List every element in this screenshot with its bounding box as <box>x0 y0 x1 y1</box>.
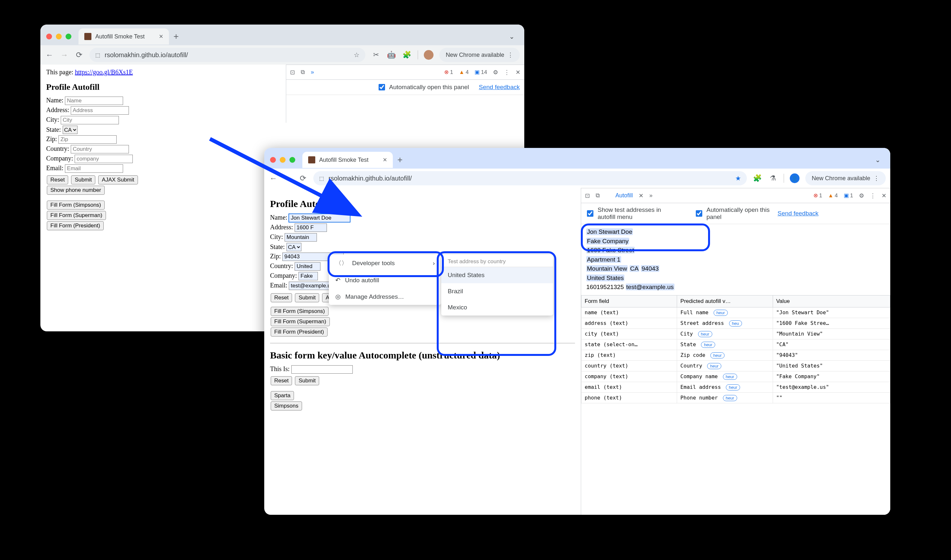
reset-button[interactable]: Reset <box>47 175 68 185</box>
table-row[interactable]: zip (text)Zip code heur"94043" <box>582 350 890 360</box>
inspect-icon[interactable]: ⊡ <box>585 192 590 199</box>
auto-open-checkbox[interactable] <box>379 84 385 91</box>
fullscreen-window-icon[interactable] <box>66 34 71 39</box>
basic-submit-button[interactable]: Submit <box>295 376 319 385</box>
country-input[interactable] <box>71 145 129 154</box>
bookmark-icon[interactable]: ★ <box>735 174 741 182</box>
send-feedback-link[interactable]: Send feedback <box>479 84 520 91</box>
close-tab-icon[interactable]: × <box>159 32 163 41</box>
table-row[interactable]: company (text)Company name heur"Fake Com… <box>582 371 890 382</box>
site-info-icon[interactable]: ⬚ <box>319 175 324 182</box>
col-value[interactable]: Value <box>773 295 890 307</box>
profile-avatar[interactable]: 👤 <box>790 174 800 183</box>
close-tab-icon[interactable]: × <box>383 156 387 164</box>
warning-count[interactable]: ▲4 <box>828 192 838 199</box>
profile-avatar[interactable] <box>424 50 434 60</box>
fill-simpsons-button[interactable]: Fill Form (Simpsons) <box>47 200 105 209</box>
reload-icon[interactable]: ⟳ <box>75 51 84 59</box>
fill-simpsons-button[interactable]: Fill Form (Simpsons) <box>271 307 329 316</box>
table-row[interactable]: state (select-on…State heur"CA" <box>582 339 890 350</box>
table-row[interactable]: phone (text)Phone number heur"" <box>582 392 890 403</box>
extensions-icon[interactable]: 🧩 <box>752 174 762 183</box>
zip-input[interactable] <box>58 135 117 144</box>
browser-tab[interactable]: Autofill Smoke Test × <box>78 28 169 45</box>
email-input[interactable] <box>65 165 123 173</box>
minimize-window-icon[interactable] <box>56 34 62 39</box>
company-input[interactable] <box>299 272 318 280</box>
manage-addresses-item[interactable]: ◎ Manage Addresses… <box>329 288 441 305</box>
labs-icon[interactable]: ⚗ <box>768 174 778 183</box>
info-count[interactable]: ▣14 <box>474 69 487 75</box>
device-toggle-icon[interactable]: ⧉ <box>596 192 600 199</box>
country-br-item[interactable]: Brazil <box>441 283 553 299</box>
address-bar[interactable]: ⬚ rsolomakhin.github.io/autofill/ ★ <box>313 171 747 185</box>
kebab-icon[interactable]: ⋮ <box>504 69 510 76</box>
show-test-addresses-checkbox[interactable] <box>587 210 593 217</box>
back-icon[interactable]: ← <box>45 51 54 59</box>
state-select[interactable]: CA <box>286 243 302 251</box>
close-devtools-icon[interactable]: ✕ <box>882 192 886 199</box>
settings-icon[interactable]: ⚙ <box>859 192 864 199</box>
city-input[interactable] <box>285 233 317 242</box>
error-count[interactable]: ⊗1 <box>444 69 453 75</box>
submit-button[interactable]: Submit <box>71 175 95 185</box>
city-input[interactable] <box>61 116 119 124</box>
name-input[interactable] <box>289 214 350 222</box>
table-row[interactable]: name (text)Full name heur"Jon Stewart Do… <box>582 307 890 318</box>
extension-icon-1[interactable]: 🤖 <box>387 50 396 60</box>
table-row[interactable]: city (text)City heur"Mountain View" <box>582 328 890 339</box>
auto-open-checkbox[interactable] <box>696 210 702 217</box>
table-row[interactable]: address (text)Street address heu"1600 Fa… <box>582 318 890 328</box>
fill-president-button[interactable]: Fill Form (President) <box>47 221 104 230</box>
new-chrome-available-button[interactable]: New Chrome available ⋮ <box>439 48 520 62</box>
kebab-icon[interactable]: ⋮ <box>870 192 876 199</box>
inspect-icon[interactable]: ⊡ <box>290 69 295 76</box>
this-page-link[interactable]: https://goo.gl/B6Xs1E <box>75 68 133 75</box>
tabs-dropdown-icon[interactable]: ⌄ <box>871 154 885 166</box>
country-input[interactable] <box>295 262 320 271</box>
col-form-field[interactable]: Form field <box>582 295 677 307</box>
address-bar[interactable]: ⬚ rsolomakhin.github.io/autofill/ ☆ <box>89 48 365 62</box>
tabs-dropdown-icon[interactable]: ⌄ <box>505 31 519 42</box>
extensions-icon[interactable]: 🧩 <box>402 50 412 60</box>
site-info-icon[interactable]: ⬚ <box>95 52 100 58</box>
table-row[interactable]: country (text)Country heur"United States… <box>582 360 890 371</box>
basic-reset-button[interactable]: Reset <box>271 376 292 385</box>
send-feedback-link[interactable]: Send feedback <box>777 210 819 217</box>
window-controls[interactable] <box>270 157 295 163</box>
reload-icon[interactable]: ⟳ <box>299 174 308 183</box>
new-chrome-available-button[interactable]: New Chrome available ⋮ <box>805 171 886 185</box>
col-predicted[interactable]: Predicted autofill v… <box>677 295 773 307</box>
close-window-icon[interactable] <box>270 157 276 163</box>
submit-button[interactable]: Submit <box>295 293 319 302</box>
simpsons-button-2[interactable]: Simpsons <box>271 402 302 411</box>
close-devtools-icon[interactable]: ✕ <box>516 69 520 76</box>
more-tabs-icon[interactable]: » <box>311 69 314 75</box>
address-input[interactable] <box>71 106 129 115</box>
more-tabs-icon[interactable]: » <box>649 192 652 199</box>
error-count[interactable]: ⊗1 <box>813 192 822 199</box>
close-window-icon[interactable] <box>46 34 52 39</box>
this-is-input[interactable] <box>291 365 353 374</box>
warning-count[interactable]: ▲4 <box>459 69 469 75</box>
undo-autofill-item[interactable]: ↶ Undo autofill <box>329 272 441 288</box>
new-tab-button[interactable]: + <box>397 155 403 165</box>
info-count[interactable]: ▣1 <box>844 192 853 199</box>
settings-icon[interactable]: ⚙ <box>493 69 498 76</box>
cut-icon[interactable]: ✂ <box>371 50 381 60</box>
sparta-button[interactable]: Sparta <box>271 391 294 400</box>
ajax-submit-button[interactable]: AJAX Submit <box>98 175 138 185</box>
reset-button[interactable]: Reset <box>271 293 292 302</box>
state-select[interactable]: CA <box>63 126 77 134</box>
close-tab-icon[interactable]: ✕ <box>639 192 643 199</box>
fullscreen-window-icon[interactable] <box>289 157 295 163</box>
minimize-window-icon[interactable] <box>280 157 286 163</box>
devtools-menu-item[interactable]: 〈〉 Developer tools › <box>329 254 441 272</box>
back-icon[interactable]: ← <box>269 174 278 183</box>
show-phone-button[interactable]: Show phone number <box>47 186 105 195</box>
fill-superman-button[interactable]: Fill Form (Superman) <box>271 317 330 326</box>
browser-tab[interactable]: Autofill Smoke Test × <box>302 152 393 168</box>
autofill-tab[interactable]: Autofill <box>616 192 633 199</box>
bookmark-icon[interactable]: ☆ <box>354 51 360 59</box>
table-row[interactable]: email (text)Email address heur"test@exam… <box>582 382 890 392</box>
